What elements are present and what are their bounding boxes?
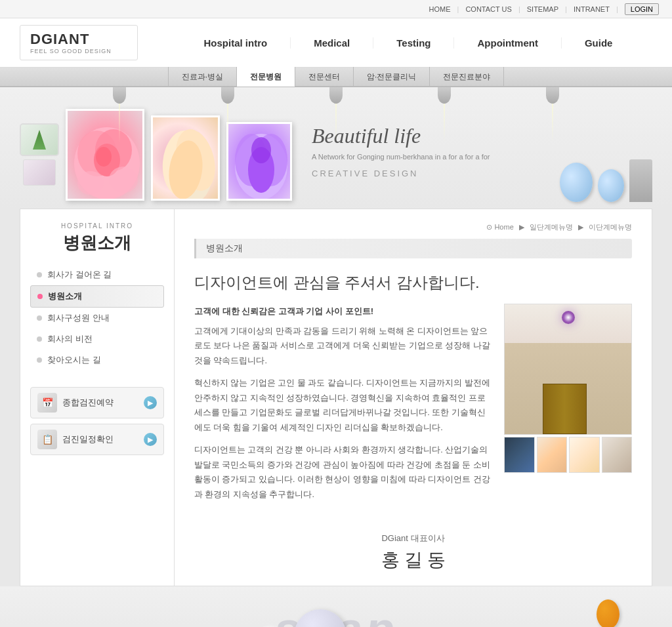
breadcrumb-level2[interactable]: 이단계메뉴명 [589, 223, 632, 231]
hero-frame-2 [151, 115, 220, 201]
page-title-bar: 병원소개 [194, 239, 632, 258]
hero-light-1 [113, 87, 126, 104]
action-label-1: 종합검진예약 [62, 397, 138, 409]
menu-dot-1 [37, 294, 43, 299]
menu-dot-0 [37, 272, 42, 277]
breadcrumb-icon: ⊙ [486, 223, 492, 231]
sub-nav: 진료과·병실 전문병원 전문센터 암·전문클리닉 전문진료분야 [0, 68, 672, 87]
table-leg [629, 159, 652, 202]
hero-lights [0, 87, 672, 104]
header: DGIANT FEEL SO GOOD DESIGN Hospital intr… [0, 18, 672, 68]
room-walls [505, 343, 631, 434]
subnav-item-4[interactable]: 전문진료분야 [430, 67, 504, 87]
nav-testing[interactable]: Testing [373, 37, 453, 49]
svg-point-15 [251, 137, 271, 163]
hero-deco-right [560, 159, 652, 202]
breadcrumb-level1[interactable]: 일단계메뉴명 [530, 223, 573, 231]
check-icon: 📋 [37, 430, 57, 449]
logo-title: DGIANT [30, 31, 127, 48]
login-button[interactable]: LOGIN [625, 3, 659, 15]
svg-point-6 [109, 167, 138, 193]
content-text: 고객에 대한 신뢰감은 고객과 기업 사이 포인트! 고객에게 기대이상의 만족… [194, 304, 491, 510]
signature-label: DGiant 대표이사 [194, 533, 632, 544]
top-bar: HOME | CONTACT US | SITEMAP | INTRANET |… [0, 0, 672, 18]
sidebar-menu-item-3[interactable]: 회사의 비전 [30, 329, 164, 350]
para-1: 고객에게 기대이상의 만족과 감동을 드리기 위해 노력해 온 디자이언트는 앞… [194, 324, 491, 369]
thumb-3 [569, 437, 600, 473]
image-thumbnails [504, 437, 632, 473]
sidebar-menu-item-4[interactable]: 찾아오시는 길 [30, 350, 164, 371]
plant-deco [20, 123, 59, 156]
content-heading: 디자이언트에 관심을 주셔서 감사합니다. [194, 272, 632, 294]
menu-dot-2 [37, 315, 42, 321]
sidebar-menu-item-2[interactable]: 회사구성원 안내 [30, 308, 164, 329]
action-label-2: 검진일정확인 [62, 434, 138, 445]
nav-sitemap[interactable]: SITEMAP [527, 5, 558, 13]
flower-img-3 [228, 124, 290, 199]
signature-area: DGiant 대표이사 홍 길 동 [194, 523, 632, 573]
nav-guide[interactable]: Guide [561, 37, 636, 49]
sidebar-header: HOSPITAL INTRO 병원소개 [30, 222, 164, 254]
hero-title: Beautiful life [312, 124, 652, 148]
mirror-deco-1 [560, 163, 593, 202]
content-body: 고객에 대한 신뢰감은 고객과 기업 사이 포인트! 고객에게 기대이상의 만족… [194, 304, 632, 510]
thumb-1 [504, 437, 535, 473]
room-image [504, 304, 632, 435]
sidebar-menu-item-1[interactable]: 병원소개 [30, 285, 164, 308]
subnav-item-1[interactable]: 전문병원 [237, 67, 295, 87]
subnav-item-2[interactable]: 전문센터 [295, 67, 354, 87]
room-light [562, 311, 575, 324]
para-2: 혁신하지 않는 기업은 고인 물 과도 같습니다. 디자이언트는 지금까지의 발… [194, 376, 491, 435]
action-btn-2[interactable]: 📋 검진일정확인 ▶ [30, 424, 164, 455]
signature-text: 홍 길 동 [194, 548, 632, 573]
deco-item [23, 159, 56, 186]
sidebar: HOSPITAL INTRO 병원소개 회사가 걸어온 길 병원소개 회사구성원… [20, 209, 175, 586]
flower-img-2 [153, 117, 218, 199]
breadcrumb-home[interactable]: Home [494, 223, 513, 231]
page-content: ⊙ Home ▶ 일단계메뉴명 ▶ 이단계메뉴명 병원소개 디자이언트에 관심을… [175, 209, 652, 586]
subnav-item-0[interactable]: 진료과·병실 [168, 67, 237, 87]
para-3: 디자이언트는 고객의 건강 뿐 아니라 사회와 환경까지 생각합니다. 산업기술… [194, 443, 491, 502]
svg-point-5 [77, 171, 104, 195]
hero-area: Beautiful life A Network for Gonging num… [0, 87, 672, 209]
calendar-icon: 📅 [37, 393, 57, 413]
action-btn-1[interactable]: 📅 종합검진예약 ▶ [30, 387, 164, 418]
balloon-deco [597, 599, 620, 627]
flower-img-1 [68, 111, 142, 199]
nav-medical[interactable]: Medical [290, 37, 373, 49]
balloon-orange [597, 599, 620, 627]
hero-frame-3 [226, 122, 292, 201]
sidebar-title: 병원소개 [30, 232, 164, 254]
hero-light-4 [438, 87, 451, 104]
breadcrumb: ⊙ Home ▶ 일단계메뉴명 ▶ 이단계메뉴명 [194, 222, 632, 232]
hero-light-5 [546, 87, 559, 104]
hero-light-2 [221, 87, 234, 104]
subnav-item-3[interactable]: 암·전문클리닉 [354, 67, 430, 87]
nav-home[interactable]: HOME [429, 5, 451, 13]
page-title: 병원소개 [206, 243, 243, 253]
hero-light-3 [329, 87, 343, 104]
menu-dot-3 [37, 336, 42, 342]
sidebar-sub-label: HOSPITAL INTRO [30, 222, 164, 230]
content-image-area [504, 304, 632, 510]
logo-3d-shapes: S S S [257, 609, 415, 627]
room-door [543, 384, 587, 434]
logo-3d-area: shap S S S [0, 586, 672, 627]
thumb-4 [602, 437, 633, 473]
sidebar-menu-item-0[interactable]: 회사가 걸어온 길 [30, 264, 164, 285]
nav-intranet[interactable]: INTRANET [574, 5, 610, 13]
nav-contact[interactable]: CONTACT US [465, 5, 512, 13]
shape-letter-s2: S [360, 624, 381, 627]
logo-subtitle: FEEL SO GOOD DESIGN [30, 48, 127, 54]
mirror-deco-2 [598, 169, 624, 202]
nav-hospital-intro[interactable]: Hospital intro [181, 37, 291, 49]
shape-globe [294, 609, 346, 627]
main-content: HOSPITAL INTRO 병원소개 회사가 걸어온 길 병원소개 회사구성원… [20, 209, 652, 586]
svg-point-4 [96, 147, 112, 167]
nav-appointment[interactable]: Appointment [453, 37, 560, 49]
arrow-icon-1: ▶ [144, 396, 157, 409]
shape-letter-s1: S [257, 620, 281, 627]
sub-heading: 고객에 대한 신뢰감은 고객과 기업 사이 포인트! [194, 304, 491, 319]
thumb-2 [537, 437, 568, 473]
shelf-left [20, 123, 59, 186]
